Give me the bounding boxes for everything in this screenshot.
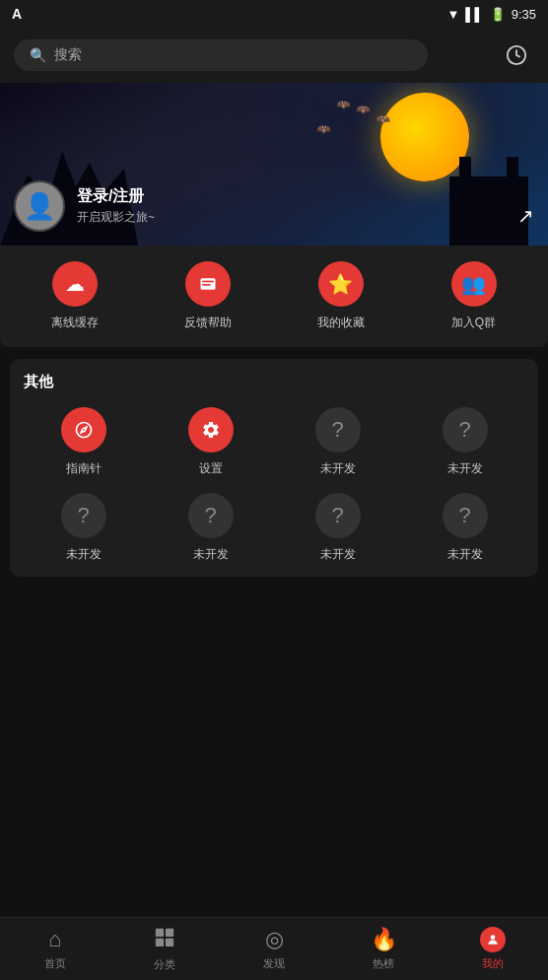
settings-icon bbox=[188, 407, 234, 453]
app-icon: A bbox=[12, 6, 22, 22]
search-placeholder: 搜索 bbox=[54, 46, 82, 64]
offline-label: 离线缓存 bbox=[51, 315, 99, 331]
undeveloped-icon-5: ? bbox=[315, 493, 361, 538]
profile-name: 登录/注册 bbox=[77, 186, 155, 207]
hero-banner: 🦇 🦇 🦇 🦇 👤 登录/注册 开启观影之旅~ ↗ bbox=[0, 83, 548, 245]
compass-icon bbox=[61, 407, 106, 453]
qqgroup-icon: 👥 bbox=[451, 261, 497, 307]
bat2-decoration: 🦇 bbox=[376, 112, 390, 126]
wifi-icon: ▼ bbox=[446, 7, 459, 22]
undeveloped-label-4: 未开发 bbox=[193, 546, 229, 563]
bat3-decoration: 🦇 bbox=[336, 98, 351, 111]
compass-label: 指南针 bbox=[66, 460, 102, 477]
quick-actions: ☁ 离线缓存 反馈帮助 ⭐ 我的收藏 👥 加入Q群 bbox=[0, 245, 548, 347]
profile-section[interactable]: 👤 登录/注册 开启观影之旅~ bbox=[14, 180, 155, 232]
search-bar[interactable]: 🔍 搜索 bbox=[14, 39, 428, 71]
bat4-decoration: 🦇 bbox=[316, 122, 331, 136]
status-right: ▼ ▌▌ 🔋 9:35 bbox=[446, 7, 536, 22]
feedback-icon bbox=[185, 261, 231, 307]
trending-label: 热榜 bbox=[373, 956, 394, 971]
nav-mine[interactable]: 我的 bbox=[439, 927, 548, 971]
avatar: 👤 bbox=[14, 180, 65, 232]
undeveloped-label-3: 未开发 bbox=[66, 546, 102, 563]
bat1-decoration: 🦇 bbox=[356, 103, 371, 116]
discover-label: 发现 bbox=[263, 956, 285, 971]
status-bar: A ▼ ▌▌ 🔋 9:35 bbox=[0, 0, 548, 28]
grid-undeveloped-2[interactable]: ? 未开发 bbox=[401, 407, 528, 477]
profile-text: 登录/注册 开启观影之旅~ bbox=[77, 186, 155, 226]
nav-home[interactable]: ⌂ 首页 bbox=[0, 927, 109, 971]
undeveloped-label-1: 未开发 bbox=[320, 460, 356, 477]
svg-rect-7 bbox=[166, 939, 173, 946]
bottom-nav: ⌂ 首页 分类 ◎ 发现 🔥 热榜 我的 bbox=[0, 917, 548, 980]
undeveloped-icon-2: ? bbox=[443, 407, 488, 453]
nav-trending[interactable]: 🔥 热榜 bbox=[329, 927, 439, 971]
signal-icon: ▌▌ bbox=[465, 7, 483, 22]
discover-icon: ◎ bbox=[265, 927, 284, 952]
mine-icon bbox=[480, 927, 506, 952]
section-title: 其他 bbox=[20, 373, 528, 391]
grid-settings[interactable]: 设置 bbox=[147, 407, 274, 477]
trending-icon: 🔥 bbox=[371, 927, 397, 952]
grid-undeveloped-3[interactable]: ? 未开发 bbox=[20, 493, 147, 563]
svg-rect-6 bbox=[156, 939, 164, 946]
undeveloped-icon-6: ? bbox=[443, 493, 488, 538]
grid-undeveloped-1[interactable]: ? 未开发 bbox=[274, 407, 401, 477]
action-offline[interactable]: ☁ 离线缓存 bbox=[8, 261, 141, 331]
home-label: 首页 bbox=[44, 956, 66, 971]
action-feedback[interactable]: 反馈帮助 bbox=[141, 261, 274, 331]
category-label: 分类 bbox=[154, 957, 175, 972]
action-qqgroup[interactable]: 👥 加入Q群 bbox=[407, 261, 540, 331]
settings-label: 设置 bbox=[199, 460, 223, 477]
grid-compass[interactable]: 指南针 bbox=[20, 407, 147, 477]
undeveloped-icon-1: ? bbox=[315, 407, 361, 453]
grid-undeveloped-5[interactable]: ? 未开发 bbox=[274, 493, 401, 563]
export-icon[interactable]: ↗ bbox=[517, 204, 534, 228]
svg-rect-2 bbox=[202, 281, 214, 283]
profile-subtitle: 开启观影之旅~ bbox=[77, 209, 155, 226]
search-icon: 🔍 bbox=[30, 47, 46, 63]
favorites-label: 我的收藏 bbox=[317, 315, 365, 331]
svg-rect-3 bbox=[202, 284, 210, 286]
section-other: 其他 指南针 设置 ? 未开发 ? 未开发 bbox=[10, 359, 538, 577]
clock-icon-button[interactable] bbox=[499, 37, 534, 73]
qqgroup-label: 加入Q群 bbox=[451, 315, 496, 331]
svg-point-8 bbox=[491, 935, 496, 940]
grid-undeveloped-4[interactable]: ? 未开发 bbox=[147, 493, 274, 563]
undeveloped-icon-4: ? bbox=[188, 493, 234, 538]
favorites-icon: ⭐ bbox=[318, 261, 364, 307]
other-grid: 指南针 设置 ? 未开发 ? 未开发 ? 未开发 ? 未开发 ? bbox=[20, 407, 528, 563]
moon-decoration bbox=[380, 93, 469, 181]
home-icon: ⌂ bbox=[48, 927, 61, 952]
time: 9:35 bbox=[512, 7, 536, 22]
avatar-icon: 👤 bbox=[24, 191, 55, 222]
feedback-label: 反馈帮助 bbox=[184, 315, 232, 331]
undeveloped-label-5: 未开发 bbox=[320, 546, 356, 563]
header: 🔍 搜索 bbox=[0, 28, 548, 83]
nav-discover[interactable]: ◎ 发现 bbox=[219, 927, 328, 971]
castle-decoration bbox=[449, 176, 528, 245]
undeveloped-icon-3: ? bbox=[61, 493, 106, 538]
offline-icon: ☁ bbox=[52, 261, 98, 307]
battery-icon: 🔋 bbox=[490, 7, 506, 22]
grid-undeveloped-6[interactable]: ? 未开发 bbox=[401, 493, 528, 563]
mine-label: 我的 bbox=[482, 956, 504, 971]
nav-category[interactable]: 分类 bbox=[109, 926, 219, 972]
svg-rect-4 bbox=[156, 929, 164, 937]
undeveloped-label-6: 未开发 bbox=[447, 546, 483, 563]
action-favorites[interactable]: ⭐ 我的收藏 bbox=[274, 261, 407, 331]
svg-rect-5 bbox=[166, 929, 173, 937]
undeveloped-label-2: 未开发 bbox=[447, 460, 483, 477]
category-icon bbox=[154, 926, 175, 953]
